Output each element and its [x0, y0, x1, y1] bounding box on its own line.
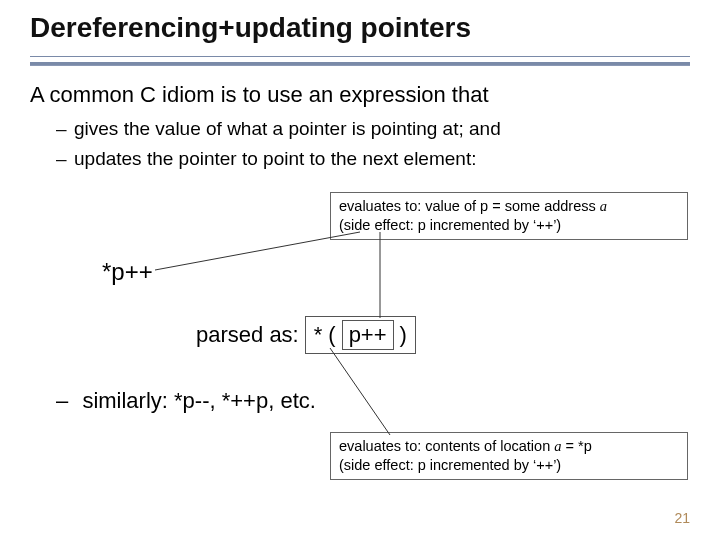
callout-line: evaluates to: contents of location a = *… — [339, 437, 679, 456]
svg-line-2 — [330, 348, 390, 435]
slide: Dereferencing+updating pointers A common… — [0, 0, 720, 540]
similarly-line: – similarly: *p--, *++p, etc. — [56, 388, 316, 414]
callout-line: (side effect: p incremented by ‘++’) — [339, 216, 679, 235]
parsed-label: parsed as: — [196, 322, 299, 348]
callout-top: evaluates to: value of p = some address … — [330, 192, 688, 240]
callout-text: evaluates to: value of p = some address — [339, 198, 600, 214]
dash-icon: – — [56, 388, 68, 413]
callout-line: (side effect: p incremented by ‘++’) — [339, 456, 679, 475]
lparen-token: ( — [328, 322, 335, 348]
callout-line: evaluates to: value of p = some address … — [339, 197, 679, 216]
bullet-item: – updates the pointer to point to the ne… — [56, 146, 666, 172]
bullet-text: gives the value of what a pointer is poi… — [74, 116, 501, 142]
bullet-text: updates the pointer to point to the next… — [74, 146, 476, 172]
star-token: * — [314, 322, 323, 348]
bullet-item: – gives the value of what a pointer is p… — [56, 116, 666, 142]
callout-text: evaluates to: contents of location — [339, 438, 554, 454]
var-a: a — [600, 198, 607, 214]
callout-text: = *p — [561, 438, 591, 454]
title-underline-thin — [30, 65, 690, 66]
parse-box-outer: * ( p++ ) — [305, 316, 416, 354]
expression-main: *p++ — [102, 258, 153, 286]
rparen-token: ) — [400, 322, 407, 348]
dash-icon: – — [56, 116, 74, 142]
title-underline — [30, 56, 690, 65]
page-number: 21 — [674, 510, 690, 526]
bullet-list: – gives the value of what a pointer is p… — [56, 116, 666, 175]
callout-bottom: evaluates to: contents of location a = *… — [330, 432, 688, 480]
slide-title: Dereferencing+updating pointers — [30, 12, 471, 44]
similarly-text: similarly: *p--, *++p, etc. — [82, 388, 316, 413]
parse-box-inner: p++ — [342, 320, 394, 350]
dash-icon: – — [56, 146, 74, 172]
intro-text: A common C idiom is to use an expression… — [30, 82, 690, 108]
parsed-as: parsed as: * ( p++ ) — [196, 316, 416, 354]
